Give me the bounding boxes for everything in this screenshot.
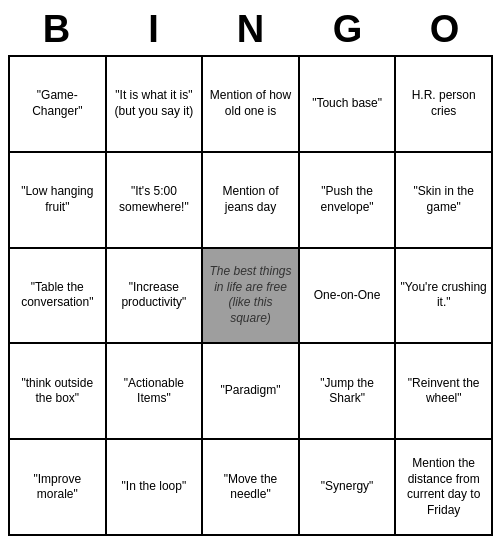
bingo-cell-19[interactable]: "Reinvent the wheel" <box>396 344 493 440</box>
letter-n: N <box>206 8 296 51</box>
bingo-cell-11[interactable]: "Increase productivity" <box>107 249 204 345</box>
bingo-header: B I N G O <box>8 8 493 51</box>
bingo-cell-12[interactable]: The best things in life are free (like t… <box>203 249 300 345</box>
bingo-cell-8[interactable]: "Push the envelope" <box>300 153 397 249</box>
bingo-cell-16[interactable]: "Actionable Items" <box>107 344 204 440</box>
letter-i: I <box>109 8 199 51</box>
bingo-cell-18[interactable]: "Jump the Shark" <box>300 344 397 440</box>
bingo-cell-10[interactable]: "Table the conversation" <box>10 249 107 345</box>
bingo-cell-22[interactable]: "Move the needle" <box>203 440 300 536</box>
bingo-cell-6[interactable]: "It's 5:00 somewhere!" <box>107 153 204 249</box>
bingo-cell-9[interactable]: "Skin in the game" <box>396 153 493 249</box>
bingo-grid: "Game-Changer""It is what it is" (but yo… <box>8 55 493 536</box>
letter-b: B <box>12 8 102 51</box>
bingo-cell-1[interactable]: "It is what it is" (but you say it) <box>107 57 204 153</box>
bingo-cell-13[interactable]: One-on-One <box>300 249 397 345</box>
letter-o: O <box>400 8 490 51</box>
bingo-cell-17[interactable]: "Paradigm" <box>203 344 300 440</box>
bingo-cell-23[interactable]: "Synergy" <box>300 440 397 536</box>
bingo-cell-21[interactable]: "In the loop" <box>107 440 204 536</box>
bingo-cell-14[interactable]: "You're crushing it." <box>396 249 493 345</box>
bingo-cell-20[interactable]: "Improve morale" <box>10 440 107 536</box>
bingo-cell-15[interactable]: "think outside the box" <box>10 344 107 440</box>
bingo-cell-24[interactable]: Mention the distance from current day to… <box>396 440 493 536</box>
bingo-cell-3[interactable]: "Touch base" <box>300 57 397 153</box>
bingo-cell-4[interactable]: H.R. person cries <box>396 57 493 153</box>
bingo-cell-2[interactable]: Mention of how old one is <box>203 57 300 153</box>
bingo-cell-5[interactable]: "Low hanging fruit" <box>10 153 107 249</box>
bingo-cell-0[interactable]: "Game-Changer" <box>10 57 107 153</box>
letter-g: G <box>303 8 393 51</box>
bingo-cell-7[interactable]: Mention of jeans day <box>203 153 300 249</box>
